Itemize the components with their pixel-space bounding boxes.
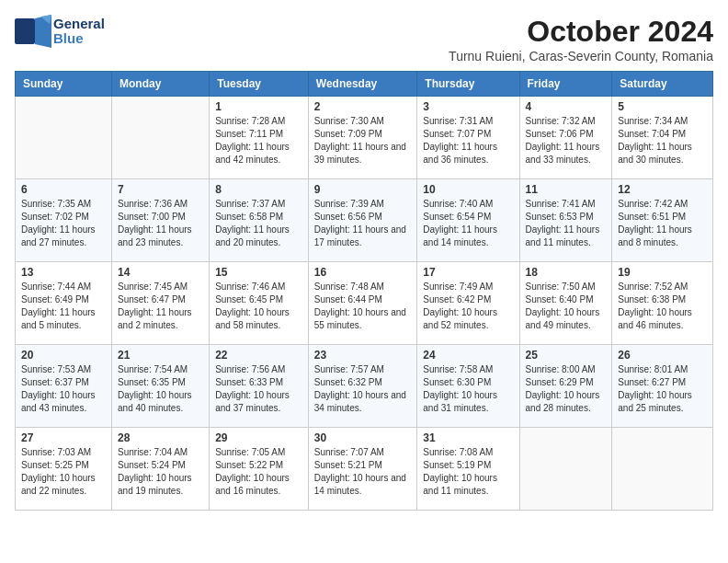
day-number: 19 (618, 266, 707, 279)
calendar-week-row: 1Sunrise: 7:28 AM Sunset: 7:11 PM Daylig… (16, 97, 713, 179)
calendar-cell: 8Sunrise: 7:37 AM Sunset: 6:58 PM Daylig… (210, 179, 309, 262)
day-info: Sunrise: 7:03 AM Sunset: 5:25 PM Dayligh… (21, 446, 106, 498)
calendar-week-row: 6Sunrise: 7:35 AM Sunset: 7:02 PM Daylig… (16, 179, 713, 262)
calendar-cell: 27Sunrise: 7:03 AM Sunset: 5:25 PM Dayli… (16, 428, 112, 511)
header-tuesday: Tuesday (210, 72, 309, 97)
svg-rect-0 (15, 18, 35, 44)
day-info: Sunrise: 7:46 AM Sunset: 6:45 PM Dayligh… (215, 281, 302, 332)
day-number: 14 (118, 266, 203, 279)
day-number: 23 (314, 349, 412, 362)
day-info: Sunrise: 7:53 AM Sunset: 6:37 PM Dayligh… (21, 363, 106, 415)
calendar-cell: 21Sunrise: 7:54 AM Sunset: 6:35 PM Dayli… (112, 345, 210, 428)
logo-icon (15, 15, 51, 48)
calendar-cell: 12Sunrise: 7:42 AM Sunset: 6:51 PM Dayli… (612, 179, 713, 262)
day-info: Sunrise: 7:08 AM Sunset: 5:19 PM Dayligh… (423, 446, 513, 498)
day-number: 9 (314, 183, 412, 196)
day-info: Sunrise: 7:04 AM Sunset: 5:24 PM Dayligh… (118, 446, 203, 498)
calendar-cell (112, 97, 210, 179)
page-header: General Blue October 2024 Turnu Ruieni, … (15, 15, 713, 63)
calendar-cell: 2Sunrise: 7:30 AM Sunset: 7:09 PM Daylig… (308, 97, 417, 179)
day-number: 6 (21, 183, 106, 196)
calendar-cell (612, 428, 713, 511)
calendar-week-row: 27Sunrise: 7:03 AM Sunset: 5:25 PM Dayli… (16, 428, 713, 511)
title-block: October 2024 Turnu Ruieni, Caras-Severin… (449, 15, 713, 63)
day-info: Sunrise: 7:30 AM Sunset: 7:09 PM Dayligh… (314, 115, 412, 167)
day-info: Sunrise: 7:58 AM Sunset: 6:30 PM Dayligh… (423, 363, 513, 415)
calendar-cell: 17Sunrise: 7:49 AM Sunset: 6:42 PM Dayli… (417, 262, 519, 345)
calendar-cell: 30Sunrise: 7:07 AM Sunset: 5:21 PM Dayli… (308, 428, 417, 511)
day-info: Sunrise: 7:34 AM Sunset: 7:04 PM Dayligh… (618, 115, 707, 167)
calendar-cell: 7Sunrise: 7:36 AM Sunset: 7:00 PM Daylig… (112, 179, 210, 262)
logo-text-blue: Blue (53, 31, 105, 47)
day-number: 15 (215, 266, 302, 279)
day-number: 11 (526, 183, 607, 196)
day-number: 2 (314, 100, 412, 113)
calendar-cell (519, 428, 612, 511)
calendar-cell: 16Sunrise: 7:48 AM Sunset: 6:44 PM Dayli… (308, 262, 417, 345)
calendar-cell: 18Sunrise: 7:50 AM Sunset: 6:40 PM Dayli… (519, 262, 612, 345)
day-info: Sunrise: 7:41 AM Sunset: 6:53 PM Dayligh… (526, 198, 607, 249)
calendar-cell: 10Sunrise: 7:40 AM Sunset: 6:54 PM Dayli… (417, 179, 519, 262)
calendar-cell: 11Sunrise: 7:41 AM Sunset: 6:53 PM Dayli… (519, 179, 612, 262)
calendar-week-row: 13Sunrise: 7:44 AM Sunset: 6:49 PM Dayli… (16, 262, 713, 345)
header-monday: Monday (112, 72, 210, 97)
day-info: Sunrise: 8:00 AM Sunset: 6:29 PM Dayligh… (526, 363, 607, 415)
day-info: Sunrise: 7:05 AM Sunset: 5:22 PM Dayligh… (215, 446, 302, 498)
day-info: Sunrise: 7:56 AM Sunset: 6:33 PM Dayligh… (215, 363, 302, 415)
month-title: October 2024 (449, 15, 713, 49)
calendar-cell: 1Sunrise: 7:28 AM Sunset: 7:11 PM Daylig… (210, 97, 309, 179)
calendar-cell: 14Sunrise: 7:45 AM Sunset: 6:47 PM Dayli… (112, 262, 210, 345)
calendar-cell: 23Sunrise: 7:57 AM Sunset: 6:32 PM Dayli… (308, 345, 417, 428)
day-number: 21 (118, 349, 203, 362)
day-number: 16 (314, 266, 412, 279)
calendar-cell: 19Sunrise: 7:52 AM Sunset: 6:38 PM Dayli… (612, 262, 713, 345)
day-number: 28 (118, 431, 203, 444)
header-saturday: Saturday (612, 72, 713, 97)
day-number: 20 (21, 349, 106, 362)
day-info: Sunrise: 7:57 AM Sunset: 6:32 PM Dayligh… (314, 363, 412, 415)
day-number: 22 (215, 349, 302, 362)
day-number: 30 (314, 431, 412, 444)
calendar-cell: 24Sunrise: 7:58 AM Sunset: 6:30 PM Dayli… (417, 345, 519, 428)
day-number: 1 (215, 100, 302, 113)
day-info: Sunrise: 7:52 AM Sunset: 6:38 PM Dayligh… (618, 281, 707, 332)
day-info: Sunrise: 7:39 AM Sunset: 6:56 PM Dayligh… (314, 198, 412, 249)
day-info: Sunrise: 7:54 AM Sunset: 6:35 PM Dayligh… (118, 363, 203, 415)
location-subtitle: Turnu Ruieni, Caras-Severin County, Roma… (449, 49, 713, 63)
day-number: 3 (423, 100, 513, 113)
calendar-table: Sunday Monday Tuesday Wednesday Thursday… (15, 71, 713, 511)
day-info: Sunrise: 7:44 AM Sunset: 6:49 PM Dayligh… (21, 281, 106, 332)
day-number: 17 (423, 266, 513, 279)
calendar-cell: 26Sunrise: 8:01 AM Sunset: 6:27 PM Dayli… (612, 345, 713, 428)
logo: General Blue (15, 15, 105, 48)
day-number: 25 (526, 349, 607, 362)
day-info: Sunrise: 7:32 AM Sunset: 7:06 PM Dayligh… (526, 115, 607, 167)
logo-text-general: General (53, 17, 105, 32)
day-number: 27 (21, 431, 106, 444)
header-sunday: Sunday (16, 72, 112, 97)
day-info: Sunrise: 7:31 AM Sunset: 7:07 PM Dayligh… (423, 115, 513, 167)
day-number: 10 (423, 183, 513, 196)
day-number: 29 (215, 431, 302, 444)
day-info: Sunrise: 7:07 AM Sunset: 5:21 PM Dayligh… (314, 446, 412, 498)
calendar-cell: 5Sunrise: 7:34 AM Sunset: 7:04 PM Daylig… (612, 97, 713, 179)
day-info: Sunrise: 8:01 AM Sunset: 6:27 PM Dayligh… (618, 363, 707, 415)
calendar-cell: 3Sunrise: 7:31 AM Sunset: 7:07 PM Daylig… (417, 97, 519, 179)
day-info: Sunrise: 7:35 AM Sunset: 7:02 PM Dayligh… (21, 198, 106, 249)
calendar-week-row: 20Sunrise: 7:53 AM Sunset: 6:37 PM Dayli… (16, 345, 713, 428)
calendar-cell: 28Sunrise: 7:04 AM Sunset: 5:24 PM Dayli… (112, 428, 210, 511)
day-number: 5 (618, 100, 707, 113)
day-number: 24 (423, 349, 513, 362)
day-info: Sunrise: 7:40 AM Sunset: 6:54 PM Dayligh… (423, 198, 513, 249)
day-number: 12 (618, 183, 707, 196)
day-info: Sunrise: 7:36 AM Sunset: 7:00 PM Dayligh… (118, 198, 203, 249)
day-info: Sunrise: 7:50 AM Sunset: 6:40 PM Dayligh… (526, 281, 607, 332)
day-info: Sunrise: 7:28 AM Sunset: 7:11 PM Dayligh… (215, 115, 302, 167)
header-friday: Friday (519, 72, 612, 97)
day-info: Sunrise: 7:37 AM Sunset: 6:58 PM Dayligh… (215, 198, 302, 249)
calendar-cell: 20Sunrise: 7:53 AM Sunset: 6:37 PM Dayli… (16, 345, 112, 428)
calendar-cell: 4Sunrise: 7:32 AM Sunset: 7:06 PM Daylig… (519, 97, 612, 179)
day-info: Sunrise: 7:45 AM Sunset: 6:47 PM Dayligh… (118, 281, 203, 332)
header-thursday: Thursday (417, 72, 519, 97)
calendar-cell: 15Sunrise: 7:46 AM Sunset: 6:45 PM Dayli… (210, 262, 309, 345)
